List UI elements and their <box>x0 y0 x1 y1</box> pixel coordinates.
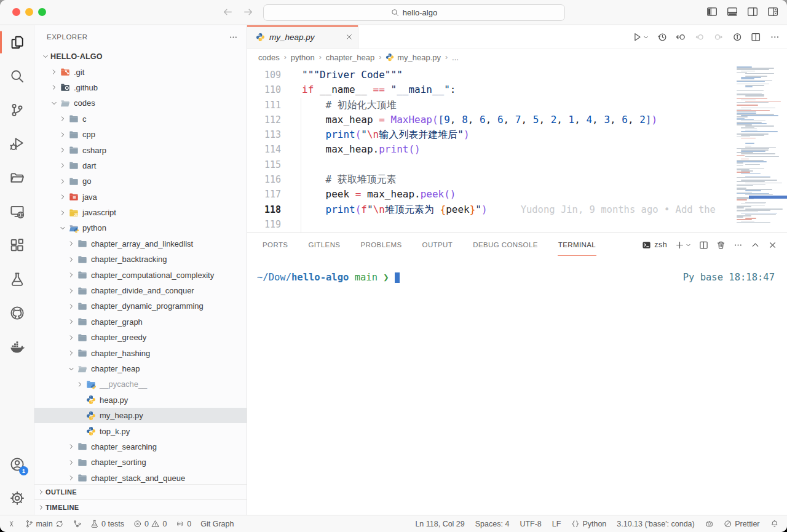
tree-item-chapter_dynamic_programming[interactable]: chapter_dynamic_programming <box>34 298 247 314</box>
code-line-119[interactable]: 119 <box>247 217 787 232</box>
panel-tab-ports[interactable]: PORTS <box>262 234 288 255</box>
activity-item-source-control[interactable] <box>0 93 34 127</box>
more-actions-button[interactable] <box>770 32 780 42</box>
command-center-search[interactable]: hello-algo <box>263 4 565 21</box>
previous-change-button[interactable] <box>695 32 705 42</box>
breadcrumb-item[interactable]: python <box>291 53 315 62</box>
status-copilot[interactable] <box>705 520 714 528</box>
panel-tab-problems[interactable]: PROBLEMS <box>360 234 402 255</box>
activity-item-search[interactable] <box>0 59 34 93</box>
tree-item-chapter_divide_and_conquer[interactable]: chapter_divide_and_conquer <box>34 283 247 298</box>
breadcrumb-item[interactable]: codes <box>258 53 280 62</box>
open-changes-button[interactable] <box>676 32 686 42</box>
status-tests[interactable]: 0 tests <box>90 520 124 528</box>
tree-item-top_k.py[interactable]: top_k.py <box>34 423 247 439</box>
toggle-panel-button[interactable] <box>727 6 738 17</box>
section-timeline[interactable]: TIMELINE <box>34 499 247 515</box>
breadcrumb-item[interactable]: chapter_heap <box>326 53 375 62</box>
tree-item-chapter_graph[interactable]: chapter_graph <box>34 314 247 330</box>
toggle-secondary-sidebar-button[interactable] <box>747 6 758 17</box>
tree-item-HELLO-ALGO[interactable]: HELLO-ALGO <box>34 49 247 64</box>
status-git-graph-label[interactable]: Git Graph <box>200 520 234 528</box>
tree-item-csharp[interactable]: csharp <box>34 142 247 157</box>
activity-item-folder-explorer[interactable] <box>0 161 34 194</box>
tree-item-chapter_stack_and_queue[interactable]: chapter_stack_and_queue <box>34 470 247 484</box>
status-cursor-position[interactable]: Ln 118, Col 29 <box>415 520 464 528</box>
code-line-117[interactable]: 117 peek = max_heap.peek() <box>247 187 787 202</box>
code-line-114[interactable]: 114 max_heap.print() <box>247 142 787 157</box>
status-problems[interactable]: 00 <box>133 520 167 528</box>
status-language-mode[interactable]: Python <box>571 520 606 528</box>
code-editor[interactable]: 109"""Driver Code"""110if __name__ == "_… <box>247 65 787 232</box>
code-line-112[interactable]: 112 max_heap = MaxHeap([9, 8, 6, 6, 7, 5… <box>247 113 787 127</box>
status-indentation[interactable]: Spaces: 4 <box>475 520 510 528</box>
code-line-110[interactable]: 110if __name__ == "__main__": <box>247 82 787 97</box>
activity-item-extensions[interactable] <box>0 228 34 262</box>
code-line-115[interactable]: 115 <box>247 157 787 172</box>
tree-item-chapter_sorting[interactable]: chapter_sorting <box>34 455 247 470</box>
code-line-118[interactable]: 118 print(f"\n堆顶元素为 {peek}")Yudong Jin, … <box>247 202 787 217</box>
tree-item-go[interactable]: go <box>34 173 247 189</box>
activity-item-accounts[interactable]: 1 <box>0 447 34 481</box>
tree-item-cpp[interactable]: cpp <box>34 127 247 142</box>
tree-item-chapter_heap[interactable]: chapter_heap <box>34 361 247 376</box>
minimap[interactable] <box>733 65 787 232</box>
tree-item-chapter_backtracking[interactable]: chapter_backtracking <box>34 252 247 267</box>
code-line-116[interactable]: 116 # 获取堆顶元素 <box>247 172 787 187</box>
customize-layout-button[interactable] <box>767 6 778 17</box>
explorer-more-actions-button[interactable] <box>229 33 238 42</box>
toggle-sidebar-button[interactable] <box>706 6 718 17</box>
activity-item-github[interactable] <box>0 296 34 330</box>
split-editor-button[interactable] <box>751 32 761 42</box>
activity-item-docker[interactable] <box>0 330 34 363</box>
panel-tab-output[interactable]: OUTPUT <box>422 234 454 255</box>
tree-item-.github[interactable]: .github <box>34 80 247 95</box>
tree-item-java[interactable]: java <box>34 189 247 205</box>
status-encoding[interactable]: UTF-8 <box>520 520 541 528</box>
tree-item-python[interactable]: python <box>34 220 247 236</box>
status-python-interpreter[interactable]: 3.10.13 ('base': conda) <box>617 520 694 528</box>
close-panel-button[interactable] <box>768 240 777 250</box>
activity-item-settings[interactable] <box>0 481 34 515</box>
close-window-button[interactable] <box>12 8 20 16</box>
panel-tab-terminal[interactable]: TERMINAL <box>558 234 596 256</box>
maximize-window-button[interactable] <box>38 8 46 16</box>
new-terminal-button[interactable] <box>675 240 691 250</box>
kill-terminal-button[interactable] <box>716 240 726 250</box>
terminal-more-actions-button[interactable] <box>734 240 743 250</box>
tab-my-heap-py[interactable]: my_heap.py <box>247 25 358 49</box>
go-forward-button[interactable] <box>243 7 253 17</box>
tree-item-my_heap.py[interactable]: my_heap.py <box>34 408 247 423</box>
code-line-111[interactable]: 111 # 初始化大顶堆 <box>247 98 787 113</box>
commit-graph-button[interactable] <box>732 32 743 42</box>
tree-item-chapter_greedy[interactable]: chapter_greedy <box>34 330 247 345</box>
terminal[interactable]: ~/Dow/hello-algo main ❯ Py base 18:18:47 <box>247 256 787 515</box>
tree-item-chapter_array_and_linkedlist[interactable]: chapter_array_and_linkedlist <box>34 236 247 252</box>
status-branch[interactable]: main <box>25 520 64 528</box>
breadcrumb-item[interactable]: ... <box>452 53 459 62</box>
status-ports-broadcast[interactable]: 0 <box>176 520 191 528</box>
tree-item-codes[interactable]: codes <box>34 95 247 111</box>
tree-item-c[interactable]: c <box>34 111 247 127</box>
panel-tab-debug-console[interactable]: DEBUG CONSOLE <box>472 234 539 255</box>
maximize-panel-button[interactable] <box>751 240 760 250</box>
split-terminal-button[interactable] <box>699 240 708 250</box>
code-line-113[interactable]: 113 print("\n输入列表并建堆后") <box>247 127 787 142</box>
status-prettier[interactable]: Prettier <box>724 520 759 528</box>
tree-item-chapter_searching[interactable]: chapter_searching <box>34 439 247 455</box>
tree-item-chapter_computational_complexity[interactable]: chapter_computational_complexity <box>34 267 247 282</box>
tree-item-.git[interactable]: .git <box>34 64 247 79</box>
activity-item-run-and-debug[interactable] <box>0 127 34 161</box>
status-git-graph-view[interactable] <box>73 520 82 528</box>
close-tab-icon[interactable] <box>346 33 353 41</box>
activity-item-explorer[interactable] <box>0 25 34 59</box>
next-change-button[interactable] <box>713 32 724 42</box>
status-notifications[interactable] <box>770 520 779 528</box>
tree-item-dart[interactable]: dart <box>34 158 247 173</box>
status-remote[interactable] <box>7 520 16 528</box>
breadcrumb-item[interactable]: my_heap.py <box>386 53 441 62</box>
tree-item-javascript[interactable]: JSjavascript <box>34 205 247 220</box>
panel-tab-gitlens[interactable]: GITLENS <box>307 234 341 255</box>
minimize-window-button[interactable] <box>25 8 33 16</box>
code-line-109[interactable]: 109"""Driver Code""" <box>247 68 787 82</box>
